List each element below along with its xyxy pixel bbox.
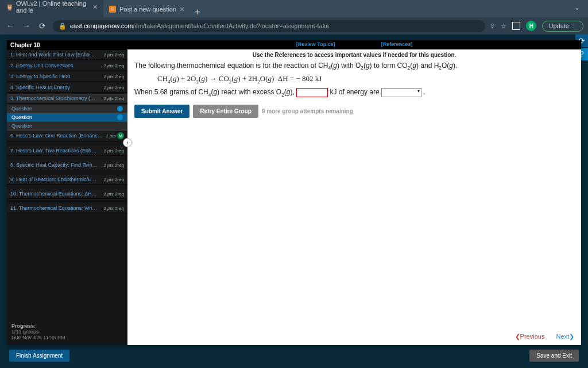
attempts-remaining: 9 more group attempts remaining (262, 108, 353, 114)
owl-favicon: 🦉 (6, 3, 13, 10)
forward-button[interactable]: → (21, 21, 32, 30)
previous-button[interactable]: ❮Previous (515, 333, 545, 340)
share-icon[interactable]: ⇪ (490, 22, 495, 30)
question-content: Use the References to access important v… (127, 49, 581, 120)
lock-icon: 🔒 (59, 22, 67, 30)
bottom-bar: Finish Assignment Save and Exit (7, 345, 581, 366)
review-topics-link[interactable]: [Review Topics] (296, 41, 335, 48)
nav-item-11[interactable]: 11. Thermochemical Equations: Wri…1 pts … (7, 204, 127, 213)
progress-count: 1/11 groups (11, 329, 39, 335)
star-icon[interactable]: ☆ (501, 22, 506, 30)
nav-item-6[interactable]: 6. Hess's Law: One Reaction (Enhanc…1 pt… (7, 131, 127, 141)
radio-icon (117, 114, 123, 120)
energy-direction-select[interactable] (381, 88, 421, 97)
url-path: /ilrn/takeAssignment/takeCovalentActivit… (133, 22, 329, 29)
progress-label: Progress: (11, 323, 36, 329)
nav-item-9[interactable]: 9. Heat of Reaction: Endothermic/E…1 pts… (7, 175, 127, 185)
progress-due: Due Nov 4 at 11:55 PM (11, 335, 65, 340)
energy-input[interactable] (296, 88, 328, 97)
browser-tab-chegg[interactable]: C Post a new question × (103, 1, 190, 17)
reload-button[interactable]: ⟳ (37, 21, 48, 30)
app-frame: ⟳ ? ‹ Chapter 10 1. Heat and Work: First… (0, 34, 588, 368)
browser-tab-owl[interactable]: 🦉 OWLv2 | Online teaching and le × (0, 0, 103, 17)
sub-question-3[interactable]: Question (7, 122, 127, 131)
chapter-header: Chapter 10 (7, 40, 127, 50)
back-button[interactable]: ← (5, 21, 16, 30)
sub-question-2[interactable]: Question (7, 113, 127, 122)
main-panel: [Review Topics] [References] Use the Ref… (127, 40, 581, 345)
nav-item-5[interactable]: 5. Thermochemical Stoichiometry (…1 pts … (7, 94, 127, 103)
reference-note: Use the References to access important v… (134, 52, 574, 58)
question-prompt: When 5.68 grams of CH4(g) react with exc… (134, 88, 574, 98)
address-bar[interactable]: 🔒 east.cengagenow.com/ilrn/takeAssignmen… (53, 20, 485, 32)
sub-question-1[interactable]: Question (7, 105, 127, 113)
equation: CH4(g) + 2O2(g) → CO2(g) + 2H2O(g) ΔH = … (157, 74, 574, 85)
chevron-down-icon[interactable]: ⌄ (574, 3, 580, 12)
save-exit-button[interactable]: Save and Exit (529, 350, 579, 362)
nav-item-3[interactable]: 3. Energy to Specific Heat1 pts 2req (7, 72, 127, 82)
tab-title: Post a new question (119, 6, 176, 13)
nav-item-8[interactable]: 8. Specific Heat Capacity: Find Tem…1 pt… (7, 160, 127, 170)
update-button[interactable]: Update ⋮ (542, 21, 583, 32)
nav-item-10[interactable]: 10. Thermochemical Equations: ΔH…1 pts 2… (7, 189, 127, 199)
close-icon[interactable]: × (93, 2, 98, 12)
radio-icon (117, 106, 123, 112)
nav-item-4[interactable]: 4. Specific Heat to Energy1 pts 2req (7, 83, 127, 93)
tab-title: OWLv2 | Online teaching and le (16, 0, 90, 14)
next-button[interactable]: Next❯ (556, 333, 574, 340)
profile-avatar[interactable]: H (526, 21, 536, 31)
browser-tabstrip: 🦉 OWLv2 | Online teaching and le × C Pos… (0, 0, 588, 17)
close-icon[interactable]: × (180, 5, 184, 14)
question-intro: The following thermochemical equation is… (134, 62, 574, 71)
m-badge-icon: M (117, 132, 124, 139)
submit-answer-button[interactable]: Submit Answer (134, 105, 189, 118)
collapse-sidebar-button[interactable]: ‹ (123, 138, 132, 147)
url-domain: east.cengagenow.com (70, 22, 133, 29)
progress-box: Progress: 1/11 groups Due Nov 4 at 11:55… (7, 319, 127, 345)
extension-icon[interactable] (512, 22, 520, 30)
nav-item-7[interactable]: 7. Hess's Law: Two Reactions (Enh…1 pts … (7, 146, 127, 156)
chegg-favicon: C (109, 6, 116, 13)
new-tab-button[interactable]: + (190, 7, 204, 17)
chapter-sidebar: Chapter 10 1. Heat and Work: First Law (… (7, 40, 127, 345)
pager: ❮Previous Next❯ (515, 333, 574, 340)
references-link[interactable]: [References] (381, 41, 413, 48)
nav-item-2[interactable]: 2. Energy Unit Conversions1 pts 2req (7, 61, 127, 71)
nav-item-1[interactable]: 1. Heat and Work: First Law (Enha…1 pts … (7, 50, 127, 60)
browser-toolbar: ← → ⟳ 🔒 east.cengagenow.com/ilrn/takeAss… (0, 17, 588, 34)
retry-group-button[interactable]: Retry Entire Group (193, 105, 258, 118)
nav-list[interactable]: 1. Heat and Work: First Law (Enha…1 pts … (7, 50, 127, 319)
finish-assignment-button[interactable]: Finish Assignment (9, 350, 69, 362)
